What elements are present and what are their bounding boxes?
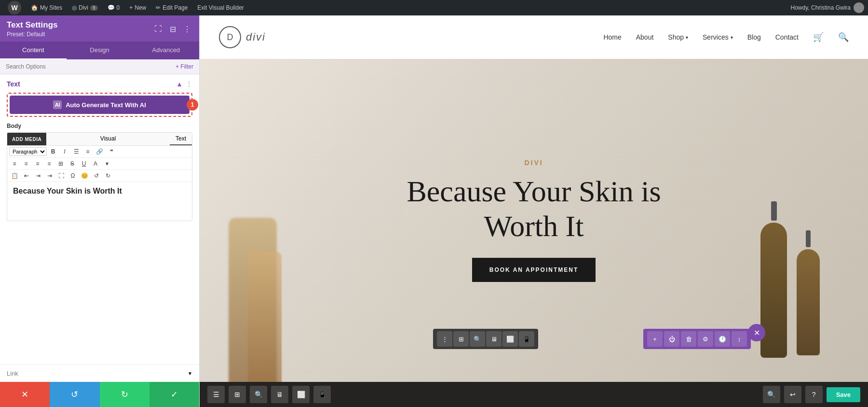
indent-button-2[interactable]: ⇥ <box>44 171 55 180</box>
italic-button[interactable]: I <box>59 147 70 156</box>
edit-page-button[interactable]: ✏ Edit Page <box>152 0 191 15</box>
builder-desktop-icon[interactable]: 🖥 <box>271 386 288 403</box>
divi-menu[interactable]: ◎ Divi 9 <box>68 0 102 15</box>
section-search-icon[interactable]: 🔍 <box>470 331 485 347</box>
exit-builder-button[interactable]: Exit Visual Builder <box>193 0 248 15</box>
nav-blog[interactable]: Blog <box>747 33 761 41</box>
user-menu[interactable]: Howdy, Christina Gwira <box>791 2 864 13</box>
cancel-button[interactable]: ✕ <box>0 382 50 407</box>
redo-toolbar-button[interactable]: ↻ <box>103 171 113 180</box>
text-tab[interactable]: Text <box>170 133 192 145</box>
builder-right-tools: 🔍 ↩ ? Save <box>763 386 860 403</box>
save-button[interactable]: Save <box>827 387 860 402</box>
underline-button[interactable]: U <box>79 159 89 168</box>
filter-button[interactable]: + Filter <box>176 63 193 70</box>
special-chars-button[interactable]: Ω <box>68 171 78 180</box>
module-clock-icon[interactable]: 🕐 <box>715 331 730 347</box>
fullscreen-editor-button[interactable]: ⛶ <box>56 171 67 180</box>
more-options-icon[interactable]: ⋮ <box>182 24 192 34</box>
nav-about[interactable]: About <box>636 33 654 41</box>
paste-button[interactable]: 📋 <box>9 171 20 180</box>
my-sites-menu[interactable]: 🏠 My Sites <box>27 0 66 15</box>
search-icon[interactable]: 🔍 <box>838 32 849 42</box>
search-bar: + Filter <box>0 59 199 74</box>
align-justify-button[interactable]: ≡ <box>44 159 54 168</box>
logo-text: divi <box>246 31 266 43</box>
tab-design[interactable]: Design <box>67 42 133 59</box>
section-settings-icon[interactable]: ⋮ <box>437 331 452 347</box>
table-button[interactable]: ⊞ <box>55 159 66 168</box>
tab-advanced[interactable]: Advanced <box>133 42 199 59</box>
link-button[interactable]: 🔗 <box>94 147 105 156</box>
color-dropdown[interactable]: ▾ <box>102 159 112 168</box>
editor-content[interactable]: Because Your Skin is Worth It <box>7 182 192 221</box>
module-delete-icon[interactable]: 🗑 <box>681 331 696 347</box>
builder-history-icon[interactable]: ↩ <box>784 386 801 403</box>
logo-d-icon: D <box>219 26 241 48</box>
module-settings-icon[interactable]: ⚙ <box>698 331 713 347</box>
nav-home[interactable]: Home <box>603 33 621 41</box>
fullscreen-icon[interactable]: ⛶ <box>153 24 163 34</box>
new-content-menu[interactable]: + New <box>125 0 150 15</box>
align-left-button[interactable]: ≡ <box>9 159 20 168</box>
builder-tablet-icon[interactable]: ⬜ <box>292 386 310 403</box>
builder-menu-icon[interactable]: ☰ <box>207 386 225 403</box>
builder-toolbar: ☰ ⊞ 🔍 🖥 ⬜ 📱 🔍 ↩ ? Save <box>200 382 868 407</box>
emoji-button[interactable]: 😊 <box>79 171 90 180</box>
align-center-button[interactable]: ≡ <box>21 159 31 168</box>
toolbar-row-2: ≡ ≡ ≡ ≡ ⊞ S U A ▾ <box>7 158 192 170</box>
blockquote-button[interactable]: ❝ <box>106 147 117 156</box>
collapse-icon[interactable]: ▲ <box>176 80 183 88</box>
bold-button[interactable]: B <box>48 147 58 156</box>
badge-1: 1 <box>187 99 198 111</box>
panel-bottom: ✕ ↺ ↻ ✓ <box>0 382 199 407</box>
section-more-icon[interactable]: ⋮ <box>186 80 192 88</box>
cta-button[interactable]: BOOK AN APPOINTMENT <box>472 258 596 282</box>
editor-tab-row: ADD MEDIA Visual Text <box>7 133 192 146</box>
nav-services[interactable]: Services ▾ <box>703 33 733 41</box>
section-layout-icon[interactable]: ⊞ <box>453 331 469 347</box>
comments-menu[interactable]: 💬 0 <box>104 0 124 15</box>
builder-grid-icon[interactable]: ⊞ <box>229 386 246 403</box>
module-arrows-icon[interactable]: ↕ <box>732 331 747 347</box>
builder-search-icon[interactable]: 🔍 <box>250 386 267 403</box>
tab-content[interactable]: Content <box>0 42 67 59</box>
builder-search-right-icon[interactable]: 🔍 <box>763 386 780 403</box>
hero-section: DIVI Because Your Skin is Worth It BOOK … <box>200 59 868 382</box>
admin-wp-icon[interactable]: W <box>4 0 25 15</box>
user-avatar <box>854 2 864 13</box>
comment-icon: 💬 <box>108 4 115 11</box>
nav-shop[interactable]: Shop ▾ <box>668 33 688 41</box>
module-power-icon[interactable]: ⏻ <box>664 331 679 347</box>
indent-remove-button[interactable]: ⇤ <box>21 171 32 180</box>
strikethrough-button[interactable]: S <box>67 159 78 168</box>
module-close-button[interactable]: ✕ <box>748 324 765 341</box>
builder-left-tools: ☰ ⊞ 🔍 🖥 ⬜ 📱 <box>207 386 331 403</box>
search-input[interactable] <box>6 63 176 70</box>
cart-icon[interactable]: 🛒 <box>813 32 824 42</box>
paragraph-select[interactable]: Paragraph <box>9 147 47 156</box>
link-section[interactable]: Link ▼ <box>0 365 199 382</box>
confirm-button[interactable]: ✓ <box>149 382 199 407</box>
builder-help-icon[interactable]: ? <box>805 386 823 403</box>
ai-generate-button[interactable]: AI Auto Generate Text With AI <box>10 96 190 114</box>
ordered-list-button[interactable]: ≡ <box>82 147 93 156</box>
module-add-icon[interactable]: + <box>647 331 663 347</box>
redo-button[interactable]: ↻ <box>100 382 149 407</box>
undo-button[interactable]: ↺ <box>91 171 102 180</box>
section-toolbar: ⋮ ⊞ 🔍 🖥 ⬜ 📱 <box>433 329 538 349</box>
indent-add-button[interactable]: ⇥ <box>33 171 43 180</box>
columns-icon[interactable]: ⊟ <box>167 24 178 34</box>
nav-contact[interactable]: Contact <box>775 33 799 41</box>
section-mobile-icon[interactable]: 📱 <box>519 331 534 347</box>
unordered-list-button[interactable]: ☰ <box>71 147 81 156</box>
reset-button[interactable]: ↺ <box>50 382 99 407</box>
visual-tab[interactable]: Visual <box>95 133 122 145</box>
text-color-button[interactable]: A <box>90 159 101 168</box>
align-right-button[interactable]: ≡ <box>32 159 43 168</box>
add-media-button[interactable]: ADD MEDIA <box>7 133 46 145</box>
panel-preset[interactable]: Preset: Default <box>7 31 57 38</box>
section-tablet-icon[interactable]: ⬜ <box>502 331 518 347</box>
builder-mobile-icon[interactable]: 📱 <box>313 386 331 403</box>
section-desktop-icon[interactable]: 🖥 <box>486 331 502 347</box>
